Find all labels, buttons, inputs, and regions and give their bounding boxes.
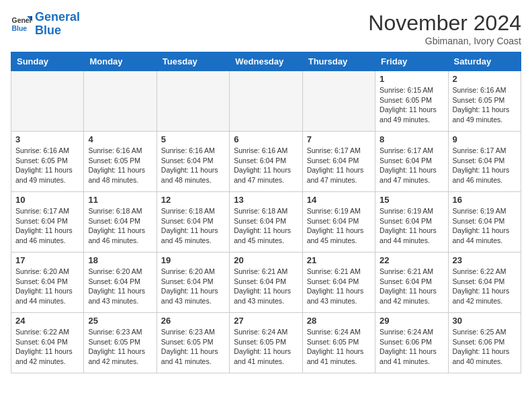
- logo: General Blue GeneralBlue: [11, 11, 80, 38]
- calendar-cell: 11Sunrise: 6:18 AM Sunset: 6:04 PM Dayli…: [84, 192, 157, 253]
- day-info: Sunrise: 6:23 AM Sunset: 6:05 PM Dayligh…: [88, 327, 152, 367]
- col-header-sunday: Sunday: [11, 52, 84, 71]
- calendar-cell: 25Sunrise: 6:23 AM Sunset: 6:05 PM Dayli…: [84, 313, 157, 373]
- day-info: Sunrise: 6:15 AM Sunset: 6:05 PM Dayligh…: [380, 85, 443, 125]
- day-info: Sunrise: 6:17 AM Sunset: 6:04 PM Dayligh…: [380, 146, 443, 185]
- calendar-cell: 4Sunrise: 6:16 AM Sunset: 6:05 PM Daylig…: [84, 132, 157, 192]
- day-number: 16: [453, 195, 517, 205]
- col-header-saturday: Saturday: [448, 52, 521, 71]
- day-number: 3: [15, 134, 79, 144]
- col-header-thursday: Thursday: [302, 52, 375, 71]
- day-number: 14: [307, 195, 371, 205]
- day-info: Sunrise: 6:21 AM Sunset: 6:04 PM Dayligh…: [234, 267, 298, 306]
- calendar-cell: [157, 71, 229, 132]
- day-info: Sunrise: 6:17 AM Sunset: 6:04 PM Dayligh…: [15, 206, 79, 246]
- title-area: November 2024 Gbimanan, Ivory Coast: [368, 11, 521, 46]
- calendar-cell: 2Sunrise: 6:16 AM Sunset: 6:05 PM Daylig…: [448, 71, 521, 132]
- calendar-cell: 13Sunrise: 6:18 AM Sunset: 6:04 PM Dayli…: [230, 192, 302, 253]
- day-number: 15: [380, 195, 443, 205]
- calendar-cell: [84, 71, 157, 132]
- day-info: Sunrise: 6:21 AM Sunset: 6:04 PM Dayligh…: [380, 267, 443, 306]
- col-header-friday: Friday: [375, 52, 448, 71]
- day-info: Sunrise: 6:22 AM Sunset: 6:04 PM Dayligh…: [15, 327, 79, 367]
- logo-icon: General Blue: [11, 13, 32, 35]
- day-number: 1: [380, 74, 443, 84]
- calendar-cell: 6Sunrise: 6:16 AM Sunset: 6:04 PM Daylig…: [230, 132, 302, 192]
- day-info: Sunrise: 6:23 AM Sunset: 6:05 PM Dayligh…: [161, 327, 225, 367]
- day-number: 25: [88, 316, 152, 326]
- day-info: Sunrise: 6:18 AM Sunset: 6:04 PM Dayligh…: [234, 206, 298, 246]
- day-number: 12: [161, 195, 225, 205]
- calendar-cell: 10Sunrise: 6:17 AM Sunset: 6:04 PM Dayli…: [11, 192, 84, 253]
- day-info: Sunrise: 6:20 AM Sunset: 6:04 PM Dayligh…: [88, 267, 152, 306]
- day-number: 7: [307, 134, 371, 144]
- day-info: Sunrise: 6:16 AM Sunset: 6:05 PM Dayligh…: [88, 146, 152, 185]
- day-number: 28: [307, 316, 371, 326]
- calendar-cell: 14Sunrise: 6:19 AM Sunset: 6:04 PM Dayli…: [302, 192, 375, 253]
- day-number: 9: [453, 134, 517, 144]
- col-header-tuesday: Tuesday: [157, 52, 229, 71]
- calendar-cell: 30Sunrise: 6:25 AM Sunset: 6:06 PM Dayli…: [448, 313, 521, 373]
- calendar-cell: 26Sunrise: 6:23 AM Sunset: 6:05 PM Dayli…: [157, 313, 229, 373]
- day-number: 6: [234, 134, 298, 144]
- calendar-cell: [230, 71, 302, 132]
- day-number: 11: [88, 195, 152, 205]
- day-info: Sunrise: 6:19 AM Sunset: 6:04 PM Dayligh…: [453, 206, 517, 246]
- day-number: 18: [88, 255, 152, 265]
- location-subtitle: Gbimanan, Ivory Coast: [368, 36, 521, 46]
- day-number: 29: [380, 316, 443, 326]
- calendar-cell: 29Sunrise: 6:24 AM Sunset: 6:06 PM Dayli…: [375, 313, 448, 373]
- day-number: 23: [453, 255, 517, 265]
- header: General Blue GeneralBlue November 2024 G…: [11, 11, 521, 46]
- day-number: 26: [161, 316, 225, 326]
- day-info: Sunrise: 6:19 AM Sunset: 6:04 PM Dayligh…: [307, 206, 371, 246]
- calendar-cell: 7Sunrise: 6:17 AM Sunset: 6:04 PM Daylig…: [302, 132, 375, 192]
- day-info: Sunrise: 6:16 AM Sunset: 6:04 PM Dayligh…: [161, 146, 225, 185]
- day-number: 10: [15, 195, 79, 205]
- calendar-cell: 18Sunrise: 6:20 AM Sunset: 6:04 PM Dayli…: [84, 253, 157, 313]
- month-title: November 2024: [368, 11, 521, 36]
- day-info: Sunrise: 6:20 AM Sunset: 6:04 PM Dayligh…: [15, 267, 79, 306]
- calendar-cell: 19Sunrise: 6:20 AM Sunset: 6:04 PM Dayli…: [157, 253, 229, 313]
- day-number: 27: [234, 316, 298, 326]
- calendar-cell: 8Sunrise: 6:17 AM Sunset: 6:04 PM Daylig…: [375, 132, 448, 192]
- day-number: 13: [234, 195, 298, 205]
- day-info: Sunrise: 6:16 AM Sunset: 6:04 PM Dayligh…: [234, 146, 298, 185]
- calendar-week-row: 17Sunrise: 6:20 AM Sunset: 6:04 PM Dayli…: [11, 253, 521, 313]
- calendar-cell: [302, 71, 375, 132]
- day-info: Sunrise: 6:24 AM Sunset: 6:05 PM Dayligh…: [307, 327, 371, 367]
- day-number: 4: [88, 134, 152, 144]
- day-info: Sunrise: 6:19 AM Sunset: 6:04 PM Dayligh…: [380, 206, 443, 246]
- col-header-monday: Monday: [84, 52, 157, 71]
- calendar-cell: 12Sunrise: 6:18 AM Sunset: 6:04 PM Dayli…: [157, 192, 229, 253]
- calendar-cell: 16Sunrise: 6:19 AM Sunset: 6:04 PM Dayli…: [448, 192, 521, 253]
- day-number: 19: [161, 255, 225, 265]
- calendar-cell: 17Sunrise: 6:20 AM Sunset: 6:04 PM Dayli…: [11, 253, 84, 313]
- day-number: 20: [234, 255, 298, 265]
- calendar-cell: 9Sunrise: 6:17 AM Sunset: 6:04 PM Daylig…: [448, 132, 521, 192]
- day-info: Sunrise: 6:22 AM Sunset: 6:04 PM Dayligh…: [453, 267, 517, 306]
- calendar-cell: 15Sunrise: 6:19 AM Sunset: 6:04 PM Dayli…: [375, 192, 448, 253]
- calendar-week-row: 3Sunrise: 6:16 AM Sunset: 6:05 PM Daylig…: [11, 132, 521, 192]
- day-info: Sunrise: 6:16 AM Sunset: 6:05 PM Dayligh…: [453, 85, 517, 125]
- calendar-cell: 20Sunrise: 6:21 AM Sunset: 6:04 PM Dayli…: [230, 253, 302, 313]
- day-info: Sunrise: 6:18 AM Sunset: 6:04 PM Dayligh…: [161, 206, 225, 246]
- day-info: Sunrise: 6:17 AM Sunset: 6:04 PM Dayligh…: [307, 146, 371, 185]
- day-number: 2: [453, 74, 517, 84]
- calendar-cell: 28Sunrise: 6:24 AM Sunset: 6:05 PM Dayli…: [302, 313, 375, 373]
- day-info: Sunrise: 6:24 AM Sunset: 6:05 PM Dayligh…: [234, 327, 298, 367]
- calendar-week-row: 24Sunrise: 6:22 AM Sunset: 6:04 PM Dayli…: [11, 313, 521, 373]
- day-number: 30: [453, 316, 517, 326]
- col-header-wednesday: Wednesday: [230, 52, 302, 71]
- svg-text:Blue: Blue: [12, 24, 28, 32]
- calendar-cell: 27Sunrise: 6:24 AM Sunset: 6:05 PM Dayli…: [230, 313, 302, 373]
- day-number: 17: [15, 255, 79, 265]
- day-info: Sunrise: 6:18 AM Sunset: 6:04 PM Dayligh…: [88, 206, 152, 246]
- day-number: 22: [380, 255, 443, 265]
- day-number: 21: [307, 255, 371, 265]
- day-info: Sunrise: 6:25 AM Sunset: 6:06 PM Dayligh…: [453, 327, 517, 367]
- calendar-cell: 5Sunrise: 6:16 AM Sunset: 6:04 PM Daylig…: [157, 132, 229, 192]
- day-number: 8: [380, 134, 443, 144]
- day-info: Sunrise: 6:24 AM Sunset: 6:06 PM Dayligh…: [380, 327, 443, 367]
- day-info: Sunrise: 6:20 AM Sunset: 6:04 PM Dayligh…: [161, 267, 225, 306]
